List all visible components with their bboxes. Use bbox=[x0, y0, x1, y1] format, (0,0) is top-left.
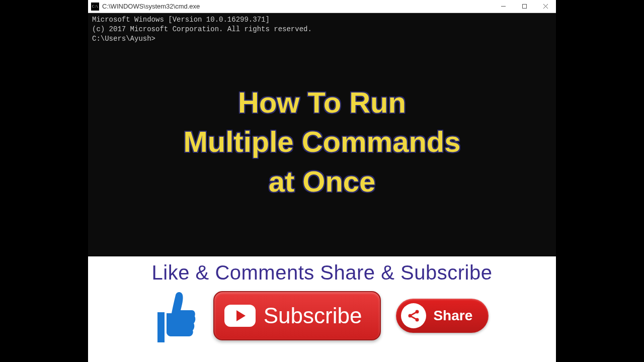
window-titlebar[interactable]: C:\WINDOWS\system32\cmd.exe bbox=[88, 0, 556, 13]
share-button[interactable]: Share bbox=[396, 299, 489, 333]
close-button[interactable] bbox=[535, 0, 556, 13]
subscribe-button[interactable]: Subscribe bbox=[213, 291, 381, 340]
like-icon[interactable] bbox=[155, 288, 198, 343]
share-icon bbox=[401, 303, 426, 328]
terminal-prompt: C:\Users\Ayush> bbox=[92, 34, 552, 44]
title-line: Multiple Commands bbox=[88, 122, 556, 161]
title-line: at Once bbox=[88, 162, 556, 201]
cta-button-row: Subscribe Share bbox=[97, 288, 547, 343]
cta-panel: Like & Comments Share & Subscribe Subscr… bbox=[88, 256, 556, 362]
tutorial-title-overlay: How To Run Multiple Commands at Once bbox=[88, 83, 556, 201]
svg-rect-1 bbox=[522, 5, 526, 9]
terminal-line: (c) 2017 Microsoft Corporation. All righ… bbox=[92, 25, 552, 34]
cmd-icon bbox=[91, 3, 99, 11]
cta-text: Like & Comments Share & Subscribe bbox=[97, 261, 547, 284]
youtube-play-icon bbox=[224, 305, 256, 327]
terminal-output[interactable]: Microsoft Windows [Version 10.0.16299.37… bbox=[88, 13, 556, 46]
terminal-line: Microsoft Windows [Version 10.0.16299.37… bbox=[92, 15, 552, 25]
subscribe-label: Subscribe bbox=[264, 303, 362, 328]
svg-line-8 bbox=[412, 317, 416, 319]
share-label: Share bbox=[433, 308, 472, 324]
svg-line-7 bbox=[412, 313, 416, 315]
window-title: C:\WINDOWS\system32\cmd.exe bbox=[102, 3, 493, 10]
window-controls bbox=[493, 0, 556, 13]
minimize-button[interactable] bbox=[493, 0, 514, 13]
maximize-button[interactable] bbox=[514, 0, 535, 13]
title-line: How To Run bbox=[88, 83, 556, 122]
